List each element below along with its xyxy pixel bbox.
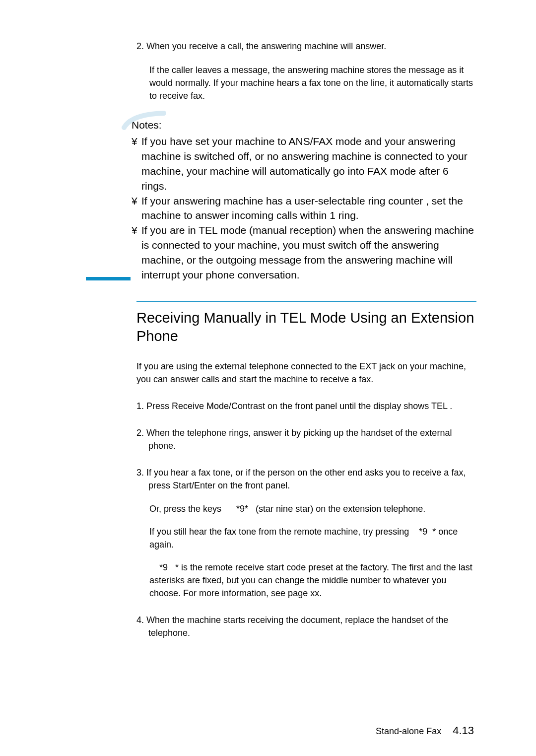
step2-body: If the caller leaves a message, the answ… — [136, 64, 476, 102]
note-item: ¥ If your answering machine has a user-s… — [132, 194, 476, 223]
step2: 2. When the telephone rings, answer it b… — [136, 426, 476, 452]
note-item: ¥ If you are in TEL mode (manual recepti… — [132, 223, 476, 282]
notes-heading-text: Notes: — [132, 119, 162, 131]
step3-note-text-c: is the remote receive start code preset … — [149, 562, 472, 598]
note-item: ¥ If you have set your machine to ANS/FA… — [132, 134, 476, 193]
step3-or-text-a: Or, press the keys — [149, 504, 236, 514]
star-icon: * — [159, 562, 163, 572]
notes-list: ¥ If you have set your machine to ANS/FA… — [132, 134, 476, 282]
notes-heading: Notes: — [132, 119, 476, 131]
step3-or-text-c: (star nine star) on the extension teleph… — [248, 504, 425, 514]
page-footer: Stand-alone Fax 4.13 — [376, 724, 474, 737]
section-heading: Receiving Manually in TEL Mode Using an … — [136, 309, 476, 346]
step2-line: 2. When you receive a call, the answerin… — [136, 40, 476, 53]
section-divider — [136, 301, 476, 302]
page-number: 4.13 — [453, 724, 474, 737]
footer-label: Stand-alone Fax — [376, 726, 441, 736]
step3: 3. If you hear a fax tone, or if the per… — [136, 466, 476, 492]
bullet-icon: ¥ — [132, 223, 141, 282]
step1: 1. Press Receive Mode/Contrast on the fr… — [136, 400, 476, 412]
section-intro: If you are using the external telephone … — [136, 360, 476, 386]
step3-or: Or, press the keys *9* (star nine star) … — [136, 502, 476, 515]
accent-bar — [86, 277, 131, 280]
step3-if-text-b: 9 — [422, 527, 432, 537]
step3-note-text-b: 9 — [163, 562, 175, 572]
step3-if: If you still hear the fax tone from the … — [136, 525, 476, 551]
note-text: If you have set your machine to ANS/FAX … — [141, 134, 476, 193]
note-text: If your answering machine has a user-sel… — [141, 194, 476, 223]
note-text: If you are in TEL mode (manual reception… — [141, 223, 476, 282]
star-icon: * — [175, 562, 179, 572]
step3-or-text-b: 9 — [240, 504, 245, 514]
document-page: 2. When you receive a call, the answerin… — [0, 0, 536, 756]
step3-note: *9 * is the remote receive start code pr… — [136, 561, 476, 600]
step3-if-text-a: If you still hear the fax tone from the … — [149, 527, 419, 537]
step3-note-text-a — [149, 562, 159, 572]
bullet-icon: ¥ — [132, 194, 141, 223]
step4: 4. When the machine starts receiving the… — [136, 614, 476, 639]
bullet-icon: ¥ — [132, 134, 141, 193]
